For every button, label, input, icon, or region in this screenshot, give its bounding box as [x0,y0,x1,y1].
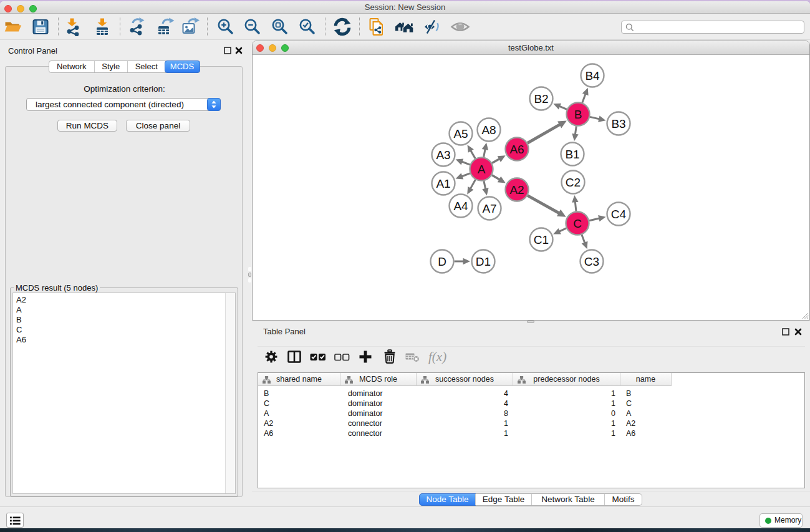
tab-network[interactable]: Network [49,61,94,72]
table-cell: A6 [258,428,340,438]
table-cell: C [258,399,340,409]
graph-edge[interactable] [492,158,500,163]
close-panel-button[interactable]: Close panel [126,120,190,132]
search-input[interactable] [635,22,803,32]
table-cell: A [258,409,340,418]
network-from-selection-icon[interactable] [368,17,387,36]
node-table[interactable]: shared nameMCDS rolesuccessor nodesprede… [258,372,805,488]
graph-node-label: C2 [566,175,581,188]
column-header-predecessor-nodes[interactable]: predecessor nodes [513,373,620,386]
criterion-dropdown[interactable]: largest connected component (directed) [26,98,221,111]
vertical-split-divider[interactable] [248,267,251,283]
mcds-result-item[interactable]: C [16,325,22,335]
import-table-icon[interactable] [93,17,112,36]
graph-edge[interactable] [575,201,576,211]
open-file-icon[interactable] [4,17,22,36]
table-cell: 1 [513,399,620,409]
add-column-icon[interactable] [357,348,374,365]
table-row[interactable]: Bdominator41B [258,389,804,399]
graph-edge-arrowhead [582,241,588,249]
graph-node-label: A6 [509,142,524,155]
graph-edge[interactable] [470,150,475,158]
network-canvas[interactable]: B4B2BB3A5A8A6B1A3AA1C2A2A4A7C4CC1DD1C3 [253,55,809,321]
graph-edge[interactable] [470,180,476,189]
import-network-icon[interactable] [64,17,83,36]
table-cell: A2 [258,418,340,428]
graph-edge[interactable] [461,173,470,176]
table-row[interactable]: A6connector11A6 [258,428,804,438]
tab-mcds[interactable]: MCDS [165,60,200,73]
tab-edge-table[interactable]: Edge Table [475,494,531,505]
graph-edge[interactable] [589,218,600,220]
zoom-in-icon[interactable] [216,17,235,36]
zoom-out-icon[interactable] [243,17,262,36]
network-resize-grip[interactable] [801,312,809,319]
tab-motifs[interactable]: Motifs [604,494,642,505]
mcds-result-list[interactable]: A2ABCA6 [12,293,236,494]
tab-network-table[interactable]: Network Table [531,494,604,505]
graph-edge[interactable] [559,228,566,231]
column-header-shared-name[interactable]: shared name [258,373,340,386]
graph-edge[interactable] [575,126,576,135]
search-box [621,21,804,34]
function-builder-icon[interactable]: f(x) [428,348,450,365]
table-cell: 4 [417,389,513,399]
close-table-panel-icon[interactable] [794,328,802,336]
tab-style[interactable]: Style [94,61,128,72]
save-session-icon[interactable] [31,17,50,36]
graph-edge[interactable] [528,195,560,213]
graph-node-label: A8 [481,123,496,136]
show-all-networks-icon[interactable] [394,17,415,36]
table-row[interactable]: A2connector11A2 [258,418,804,428]
graph-edge[interactable] [484,181,486,190]
table-cell: 1 [513,428,620,438]
memory-button[interactable]: Memory [759,513,803,528]
zoom-selected-icon[interactable] [298,17,317,36]
split-columns-icon[interactable] [286,348,303,365]
mcds-result-item[interactable]: A2 [16,295,26,305]
float-panel-icon[interactable] [224,47,231,54]
horizontal-split-divider[interactable] [527,321,534,323]
export-table-icon[interactable] [156,17,175,36]
refresh-icon[interactable] [333,17,352,36]
tab-node-table[interactable]: Node Table [419,493,476,506]
graph-edge[interactable] [590,117,600,119]
export-network-icon[interactable] [128,17,147,36]
graph-edge[interactable] [484,148,486,157]
float-table-panel-icon[interactable] [782,328,789,336]
graph-edge[interactable] [582,235,585,243]
show-selected-icon[interactable] [450,17,470,36]
table-cell: B [258,389,340,399]
mcds-result-item[interactable]: A [16,305,22,315]
graph-node-label: B [574,107,582,120]
table-cell: 4 [417,399,513,409]
graph-edge[interactable] [528,124,561,143]
zoom-fit-icon[interactable] [271,17,289,36]
hide-selected-icon[interactable] [423,17,441,36]
mcds-result-item[interactable]: A6 [16,335,26,345]
run-mcds-button[interactable]: Run MCDS [57,120,117,132]
delete-table-icon[interactable] [404,348,422,365]
close-panel-icon[interactable] [235,47,243,54]
mcds-result-item[interactable]: B [16,315,22,325]
mcds-list-scrollbar[interactable] [225,293,235,493]
graph-edge[interactable] [492,175,500,180]
export-image-icon[interactable] [181,17,200,36]
column-header-label: shared name [276,375,322,384]
graph-node-label: D [438,254,446,268]
column-header-successor-nodes[interactable]: successor nodes [417,373,513,386]
graph-edge[interactable] [582,93,586,102]
graph-edge[interactable] [559,105,567,109]
network-window-titlebar[interactable]: testGlobe.txt [253,41,809,55]
show-panels-button[interactable] [6,513,24,528]
table-row[interactable]: Adominator80A [258,409,804,418]
select-all-icon[interactable] [309,348,327,365]
table-row[interactable]: Cdominator41C [258,399,804,409]
column-header-MCDS-role[interactable]: MCDS role [340,373,417,386]
column-header-name[interactable]: name [620,373,672,386]
graph-edge[interactable] [461,161,470,164]
delete-column-icon[interactable] [381,348,398,365]
deselect-all-icon[interactable] [333,348,350,365]
table-settings-icon[interactable] [263,348,280,365]
tab-select[interactable]: Select [127,61,165,72]
